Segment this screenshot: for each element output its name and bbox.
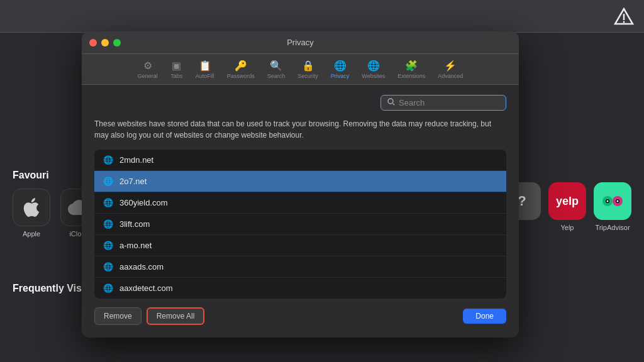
toolbar-privacy[interactable]: 🌐 Privacy <box>331 59 350 79</box>
toolbar-advanced[interactable]: ⚡ Advanced <box>438 59 463 79</box>
website-list: 🌐 2mdn.net 🌐 2o7.net 🌐 360yield.com 🌐 3l… <box>94 150 506 299</box>
toolbar-extensions[interactable]: 🧩 Extensions <box>397 59 425 79</box>
list-item[interactable]: 🌐 a-mo.net <box>94 235 506 256</box>
website-name: a-mo.net <box>119 241 152 250</box>
toolbar-tabs[interactable]: ▣ Tabs <box>170 59 183 79</box>
svg-line-10 <box>393 104 395 106</box>
dialog-footer: Remove Remove All Done <box>94 307 506 327</box>
svg-point-8 <box>617 200 619 202</box>
safari-toolbar: ⚙ General ▣ Tabs 📋 AutoFill 🔑 Passwords … <box>82 54 519 85</box>
list-item[interactable]: 🌐 2mdn.net <box>94 150 506 171</box>
description-text: These websites have stored data that can… <box>94 118 506 141</box>
toolbar-general[interactable]: ⚙ General <box>138 59 158 79</box>
website-name: 2mdn.net <box>119 155 153 165</box>
apple-icon-box <box>13 189 50 226</box>
general-icon: ⚙ <box>142 59 154 72</box>
watermark-logo <box>614 8 634 31</box>
yelp-label: Yelp <box>560 224 574 231</box>
list-item[interactable]: 🌐 aaxads.com <box>94 256 506 278</box>
dialog-content: These websites have stored data that can… <box>82 85 519 337</box>
advanced-label: Advanced <box>438 73 463 79</box>
general-label: General <box>138 73 158 79</box>
extensions-label: Extensions <box>397 73 425 79</box>
globe-icon: 🌐 <box>103 241 113 250</box>
footer-left-buttons: Remove Remove All <box>94 307 204 325</box>
globe-icon: 🌐 <box>103 198 113 207</box>
remove-all-button[interactable]: Remove All <box>147 307 205 325</box>
search-row <box>94 95 506 111</box>
website-name: 360yield.com <box>119 198 168 207</box>
tripadvisor-label: TripAdvisor <box>595 224 630 231</box>
security-icon: 🔒 <box>302 59 314 72</box>
privacy-icon: 🌐 <box>334 59 347 72</box>
toolbar-search[interactable]: 🔍 Search <box>267 59 286 79</box>
remove-button[interactable]: Remove <box>94 307 142 325</box>
right-icons: ? yelp Yelp TripAdvisor <box>503 182 631 231</box>
globe-icon: 🌐 <box>103 219 113 229</box>
svg-point-2 <box>623 21 625 23</box>
svg-point-7 <box>607 200 609 202</box>
autofill-label: AutoFill <box>196 73 214 79</box>
tabs-label: Tabs <box>170 73 182 79</box>
list-item[interactable]: 🌐 360yield.com <box>94 192 506 214</box>
toolbar-security[interactable]: 🔒 Security <box>297 59 318 79</box>
window-title: Privacy <box>287 38 314 47</box>
search-nav-label: Search <box>267 73 286 79</box>
apple-label: Apple <box>23 230 40 238</box>
globe-icon: 🌐 <box>103 177 113 186</box>
globe-icon: 🌐 <box>103 283 113 293</box>
yelp-icon-box: yelp <box>548 182 586 220</box>
toolbar-autofill[interactable]: 📋 AutoFill <box>196 59 214 79</box>
svg-point-9 <box>388 99 393 104</box>
close-button[interactable] <box>89 39 97 47</box>
website-name: 3lift.com <box>119 219 150 229</box>
toolbar-passwords[interactable]: 🔑 Passwords <box>227 59 255 79</box>
maximize-button[interactable] <box>113 39 121 47</box>
search-box[interactable] <box>380 95 506 111</box>
autofill-icon: 📋 <box>199 59 211 72</box>
list-item[interactable]: 🌐 3lift.com <box>94 214 506 235</box>
globe-icon: 🌐 <box>103 262 113 272</box>
advanced-icon: ⚡ <box>444 59 457 72</box>
list-item[interactable]: 🌐 2o7.net <box>94 171 506 192</box>
search-nav-icon: 🔍 <box>270 59 282 72</box>
security-label: Security <box>297 73 318 79</box>
window-titlebar: Privacy <box>82 31 519 54</box>
globe-icon: 🌐 <box>103 155 113 165</box>
privacy-label: Privacy <box>331 73 350 79</box>
search-input[interactable] <box>399 98 499 107</box>
website-name: aaxads.com <box>119 262 164 272</box>
websites-icon: 🌐 <box>367 59 380 72</box>
toolbar-websites[interactable]: 🌐 Websites <box>362 59 385 79</box>
done-button[interactable]: Done <box>463 309 506 324</box>
window-controls <box>89 39 121 47</box>
bg-toolbar <box>0 0 644 33</box>
websites-label: Websites <box>362 73 385 79</box>
extensions-icon: 🧩 <box>405 59 418 72</box>
minimize-button[interactable] <box>101 39 109 47</box>
fav-item-apple[interactable]: Apple <box>13 189 50 238</box>
passwords-label: Passwords <box>227 73 255 79</box>
website-name: aaxdetect.com <box>119 283 173 293</box>
passwords-icon: 🔑 <box>235 59 247 72</box>
side-item-tripadvisor[interactable]: TripAdvisor <box>594 182 631 231</box>
privacy-window: Privacy ⚙ General ▣ Tabs 📋 AutoFill 🔑 Pa… <box>82 31 519 337</box>
side-item-yelp[interactable]: yelp Yelp <box>548 182 586 231</box>
search-icon <box>387 98 395 107</box>
website-name: 2o7.net <box>119 177 147 186</box>
list-item[interactable]: 🌐 aaxdetect.com <box>94 278 506 299</box>
tripadvisor-icon-box <box>594 182 631 220</box>
tabs-icon: ▣ <box>170 59 183 72</box>
